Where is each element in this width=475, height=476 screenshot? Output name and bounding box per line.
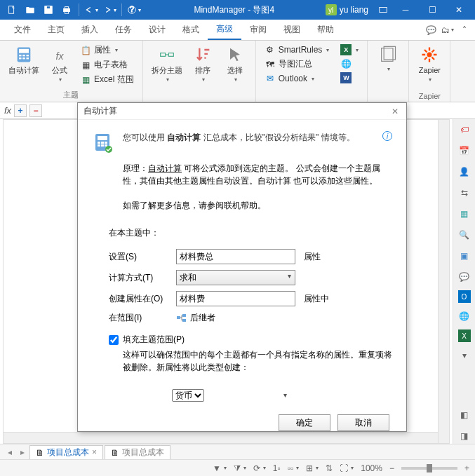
feedback-icon[interactable]: 💬 bbox=[424, 24, 437, 36]
sort-icon bbox=[193, 45, 213, 64]
spreadsheet-icon: ▦ bbox=[80, 60, 91, 71]
pane-right-icon[interactable]: ◨ bbox=[457, 428, 472, 444]
funnel-icon[interactable]: ⧩▾ bbox=[234, 463, 246, 473]
sort-button[interactable]: 排序▾ bbox=[188, 43, 218, 84]
excel-link-button[interactable]: X▾ bbox=[337, 43, 361, 56]
undo-icon[interactable]: ▾ bbox=[83, 2, 99, 18]
summary-icon: 🗺 bbox=[265, 59, 276, 70]
horizontal-scrollbar[interactable] bbox=[4, 432, 438, 443]
select-button[interactable]: 选择▾ bbox=[220, 43, 250, 84]
calendar-icon[interactable]: 📅 bbox=[457, 143, 472, 158]
account-dropdown-icon[interactable] bbox=[375, 2, 391, 18]
menu-format[interactable]: 格式 bbox=[174, 20, 208, 40]
collapse-ribbon-icon[interactable]: ˄ bbox=[458, 24, 471, 36]
fx-label: fx bbox=[4, 105, 11, 116]
tab-close-icon[interactable]: × bbox=[92, 447, 97, 457]
share-icon[interactable]: ⇆ bbox=[457, 185, 472, 200]
doc-tab-1[interactable]: 🗎项目总成本× bbox=[29, 445, 103, 459]
browser-button[interactable]: 🌐 bbox=[337, 57, 361, 70]
help-icon[interactable]: ?▾ bbox=[126, 2, 142, 18]
menu-help[interactable]: 帮助 bbox=[309, 20, 342, 40]
svg-rect-35 bbox=[182, 319, 186, 322]
menu-task[interactable]: 任务 bbox=[107, 20, 140, 40]
menu-view[interactable]: 视图 bbox=[275, 20, 309, 40]
svg-rect-27 bbox=[101, 142, 104, 144]
tag-icon[interactable]: 🏷 bbox=[457, 122, 472, 137]
zoom-in-button[interactable]: + bbox=[464, 463, 469, 473]
fill-scope-checkbox[interactable] bbox=[109, 335, 119, 345]
maximize-button[interactable]: ☐ bbox=[419, 0, 446, 20]
label-create-in: 创建属性在(O) bbox=[109, 293, 172, 305]
menu-review[interactable]: 审阅 bbox=[241, 20, 275, 40]
svg-rect-16 bbox=[27, 57, 29, 59]
spreadsheet-button[interactable]: ▦电子表格 bbox=[77, 58, 137, 72]
template-button[interactable]: ▾ bbox=[373, 43, 403, 74]
zoom-slider[interactable] bbox=[401, 467, 457, 470]
browser-side-icon[interactable]: 🌐 bbox=[457, 308, 472, 324]
balance-icon[interactable]: ⇅ bbox=[326, 463, 333, 473]
tab-next-button[interactable]: ▸ bbox=[17, 447, 28, 458]
word-button[interactable]: W bbox=[337, 72, 361, 84]
filter-icon[interactable]: ▼▾ bbox=[213, 463, 227, 473]
menu-design[interactable]: 设计 bbox=[140, 20, 174, 40]
create-in-input[interactable] bbox=[176, 291, 295, 306]
refresh-icon[interactable]: ⟳▾ bbox=[253, 463, 266, 473]
method-select[interactable]: 求和 bbox=[176, 270, 295, 285]
user-badge[interactable]: yl bbox=[326, 4, 337, 15]
expand-icon[interactable]: ⊞▾ bbox=[306, 463, 319, 473]
level1-icon[interactable]: 1▫ bbox=[273, 463, 281, 473]
user-name[interactable]: yu liang bbox=[340, 5, 368, 15]
formula-icon: fx bbox=[50, 45, 69, 64]
minimize-button[interactable]: ─ bbox=[392, 0, 419, 20]
smartrules-button[interactable]: ⚙SmartRules▾ bbox=[262, 43, 333, 56]
property-button[interactable]: 📋属性▾ bbox=[77, 43, 137, 57]
dialog-close-button[interactable]: ✕ bbox=[389, 106, 401, 117]
menu-advanced[interactable]: 高级 bbox=[208, 20, 241, 40]
menu-home[interactable]: 主页 bbox=[39, 20, 73, 40]
save-icon[interactable] bbox=[41, 2, 56, 18]
split-topic-button[interactable]: 拆分主题▾ bbox=[149, 43, 185, 84]
redo-icon[interactable]: ▾ bbox=[102, 2, 117, 18]
outlook-side-icon[interactable]: O bbox=[458, 290, 471, 303]
ok-button[interactable]: 确定 bbox=[279, 414, 330, 431]
excel-range-button[interactable]: ▦Excel 范围 bbox=[77, 73, 137, 86]
cancel-button[interactable]: 取消 bbox=[337, 414, 389, 431]
vertical-scrollbar[interactable] bbox=[438, 120, 449, 443]
formula-add-button[interactable]: + bbox=[14, 104, 27, 117]
scope-value[interactable]: 后继者 bbox=[190, 312, 215, 324]
more-side-icon[interactable]: ▾ bbox=[457, 348, 472, 363]
group-topic-label: 主题 bbox=[6, 88, 137, 102]
excel-icon: ▦ bbox=[80, 74, 91, 86]
print-icon[interactable] bbox=[59, 2, 74, 18]
close-window-button[interactable]: ✕ bbox=[446, 0, 472, 20]
settings-input[interactable] bbox=[176, 249, 295, 264]
tab-prev-button[interactable]: ◂ bbox=[4, 447, 15, 458]
type-select[interactable]: 货币 bbox=[172, 389, 204, 402]
levelall-icon[interactable]: ▫▫▾ bbox=[288, 463, 300, 473]
svg-rect-18 bbox=[160, 53, 165, 57]
search-icon[interactable]: 🔍 bbox=[457, 227, 472, 243]
menu-insert[interactable]: 插入 bbox=[73, 20, 107, 40]
auto-calc-dialog: 自动计算 ✕ 您可以使用 自动计算 汇总成本，比较"假设分析结果" 情境等。 i… bbox=[77, 102, 407, 432]
auto-calc-button[interactable]: 自动计算 bbox=[6, 43, 42, 76]
formula-button[interactable]: fx 公式 ▾ bbox=[45, 43, 74, 84]
zoom-out-button[interactable]: − bbox=[389, 463, 394, 473]
menu-file[interactable]: 文件 bbox=[6, 20, 39, 40]
new-doc-icon[interactable] bbox=[4, 2, 20, 18]
open-icon[interactable] bbox=[22, 2, 38, 18]
fit-icon[interactable]: ⛶▾ bbox=[340, 463, 354, 473]
library-icon[interactable]: 🗂▾ bbox=[441, 24, 454, 36]
parts-icon[interactable]: ▣ bbox=[457, 248, 472, 264]
info-icon[interactable]: i bbox=[382, 131, 392, 141]
pane-left-icon[interactable]: ◧ bbox=[457, 407, 472, 423]
library-side-icon[interactable]: ▦ bbox=[457, 206, 472, 222]
excel-side-icon[interactable]: X bbox=[458, 329, 471, 342]
comment-icon[interactable]: 💬 bbox=[457, 269, 472, 285]
outlook-button[interactable]: ✉Outlook▾ bbox=[262, 72, 333, 85]
user-icon[interactable]: 👤 bbox=[457, 164, 472, 179]
zapier-button[interactable]: Zapier▾ bbox=[415, 43, 444, 84]
doc-tab-2[interactable]: 🗎项目总成本 bbox=[105, 445, 170, 459]
formula-remove-button[interactable]: − bbox=[29, 104, 42, 117]
excel-x-icon: X bbox=[340, 44, 352, 55]
topic-summary-button[interactable]: 🗺导图汇总 bbox=[262, 57, 333, 71]
